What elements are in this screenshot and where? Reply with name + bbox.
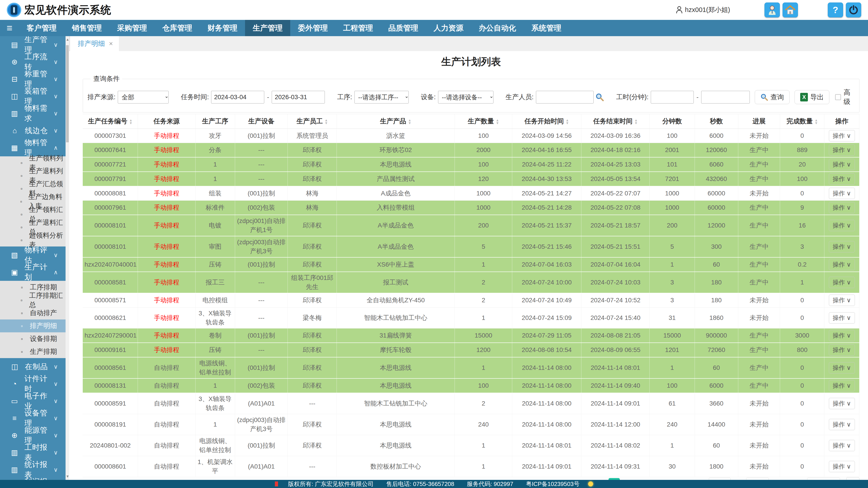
page-number-1[interactable]: 1 bbox=[609, 478, 620, 480]
sort-arrows-icon[interactable]: ▲▼ bbox=[129, 119, 132, 125]
page-size-select[interactable]: 20 条/页 bbox=[807, 477, 840, 480]
sidebar-subitem-工序排期汇总[interactable]: ▫工序排期汇总 bbox=[0, 294, 66, 306]
cell-start: 2024-07-24 15:09 bbox=[512, 307, 581, 328]
sidebar-subitem-生产排期[interactable]: ▫生产排期 bbox=[0, 345, 66, 358]
current-user[interactable]: hzx001(郑小姐) bbox=[676, 5, 730, 14]
sidebar-item-利润报表[interactable]: ◶利润报表∨ bbox=[0, 478, 66, 480]
hours-from-input[interactable] bbox=[651, 91, 694, 103]
advanced-checkbox[interactable] bbox=[835, 94, 841, 101]
menu-item-办公自动化[interactable]: 办公自动化 bbox=[471, 20, 524, 36]
hours-to-input[interactable] bbox=[701, 91, 750, 103]
sidebar-subitem-自动排产[interactable]: ▫自动排产 bbox=[0, 306, 66, 320]
sidebar-item-电子作业[interactable]: ▭电子作业∨ bbox=[0, 392, 66, 410]
scroll-up-icon[interactable]: ▲ bbox=[66, 37, 69, 41]
row-operation-button[interactable]: 操作 ∨ bbox=[829, 362, 855, 373]
row-operation-button[interactable]: 操作 ∨ bbox=[829, 380, 855, 391]
tab-close-icon[interactable]: × bbox=[109, 40, 113, 47]
device-filter-select[interactable]: --请选择设备-- bbox=[438, 91, 493, 103]
row-operation-button[interactable]: 操作 ∨ bbox=[829, 344, 855, 356]
row-operation-button[interactable]: 操作 ∨ bbox=[829, 241, 855, 252]
menu-item-品质管理[interactable]: 品质管理 bbox=[381, 20, 426, 36]
column-settings-button[interactable]: ▦ bbox=[846, 477, 860, 480]
sidebar-item-工序流转[interactable]: ⊛工序流转∨ bbox=[0, 53, 66, 70]
sort-arrows-icon[interactable]: ▲▼ bbox=[496, 119, 499, 125]
sidebar-subitem-超领料分析表[interactable]: ▫超领料分析表 bbox=[0, 234, 66, 247]
tab-paichan-mingxi[interactable]: 排产明细 × bbox=[70, 36, 119, 51]
menu-item-工程管理[interactable]: 工程管理 bbox=[336, 20, 381, 36]
column-header-生产产品[interactable]: 生产产品▲▼ bbox=[337, 114, 455, 129]
sidebar-item-生产管理[interactable]: ▤生产管理∨ bbox=[0, 36, 66, 53]
worker-filter-input[interactable] bbox=[536, 91, 594, 103]
row-operation-button[interactable]: 操作 ∨ bbox=[829, 259, 855, 270]
sidebar-scrollbar[interactable]: ▲ ▼ bbox=[66, 36, 69, 480]
sidebar-item-在制品[interactable]: ◫在制品∨ bbox=[0, 358, 66, 375]
menu-item-采购管理[interactable]: 采购管理 bbox=[110, 20, 155, 36]
menu-item-人力资源[interactable]: 人力资源 bbox=[426, 20, 471, 36]
goto-confirm-button[interactable]: 确定 bbox=[746, 477, 769, 480]
column-header-生产任务编号[interactable]: 生产任务编号▲▼ bbox=[83, 114, 138, 129]
row-operation-button[interactable]: 操作 ∨ bbox=[829, 461, 855, 472]
sidebar-item-计件计时[interactable]: ◔计件计时∨ bbox=[0, 375, 66, 392]
logout-button[interactable] bbox=[846, 2, 861, 18]
row-operation-button[interactable]: 操作 ∨ bbox=[829, 330, 855, 341]
sidebar-item-物料需求[interactable]: ▥物料需求∨ bbox=[0, 105, 66, 122]
sidebar-item-设备管理[interactable]: ≡设备管理∨ bbox=[0, 410, 66, 427]
row-operation-button[interactable]: 操作 ∨ bbox=[829, 419, 855, 430]
scroll-down-icon[interactable]: ▼ bbox=[66, 475, 69, 479]
task-time-to-input[interactable] bbox=[272, 91, 325, 103]
worker-search-icon[interactable] bbox=[595, 93, 604, 101]
sort-arrows-icon[interactable]: ▲▼ bbox=[324, 119, 328, 125]
prev-page-icon[interactable]: ‹ bbox=[599, 480, 602, 480]
home-button[interactable] bbox=[782, 2, 798, 18]
source-filter-select[interactable]: 全部 bbox=[118, 91, 168, 103]
column-header-完成数量[interactable]: 完成数量▲▼ bbox=[780, 114, 825, 129]
row-operation-button[interactable]: 操作 ∨ bbox=[829, 144, 855, 156]
sidebar-item-工时报表[interactable]: ▥工时报表∨ bbox=[0, 444, 66, 461]
row-operation-button[interactable]: 操作 ∨ bbox=[829, 202, 855, 213]
row-operation-button[interactable]: 操作 ∨ bbox=[829, 277, 855, 288]
profile-button[interactable] bbox=[765, 2, 780, 18]
menu-item-客户管理[interactable]: 客户管理 bbox=[19, 20, 64, 36]
scrollbar-thumb[interactable] bbox=[66, 45, 69, 142]
menu-item-财务管理[interactable]: 财务管理 bbox=[200, 20, 245, 36]
task-time-from-input[interactable] bbox=[211, 91, 264, 103]
next-page-icon[interactable]: › bbox=[683, 480, 685, 480]
sidebar-subitem-排产明细[interactable]: ▫排产明细 bbox=[0, 320, 66, 332]
sidebar-item-统计报表[interactable]: ▥统计报表∨ bbox=[0, 461, 66, 478]
search-button[interactable]: 查询 bbox=[755, 90, 789, 104]
advanced-toggle[interactable]: 高级 bbox=[835, 88, 855, 106]
sort-arrows-icon[interactable]: ▲▼ bbox=[408, 119, 411, 125]
help-button[interactable]: ? bbox=[828, 2, 843, 18]
sort-arrows-icon[interactable]: ▲▼ bbox=[634, 119, 638, 125]
row-operation-button[interactable]: 操作 ∨ bbox=[829, 188, 855, 199]
column-header-任务结束时间[interactable]: 任务结束时间▲▼ bbox=[581, 114, 650, 129]
sidebar-item-线边仓[interactable]: ⌂线边仓∨ bbox=[0, 122, 66, 139]
menu-item-委外管理[interactable]: 委外管理 bbox=[290, 20, 336, 36]
process-filter-select[interactable]: --请选择工序-- bbox=[354, 91, 409, 103]
row-operation-button[interactable]: 操作 ∨ bbox=[829, 398, 855, 409]
sidebar-item-装箱管理[interactable]: ◫装箱管理∨ bbox=[0, 88, 66, 105]
row-operation-button[interactable]: 操作 ∨ bbox=[829, 440, 855, 451]
column-header-生产数量[interactable]: 生产数量▲▼ bbox=[455, 114, 512, 129]
sidebar-item-生产计划[interactable]: ▣生产计划∧ bbox=[0, 264, 66, 281]
menu-item-生产管理[interactable]: 生产管理 bbox=[245, 20, 290, 36]
column-header-任务开始时间[interactable]: 任务开始时间▲▼ bbox=[512, 114, 581, 129]
row-operation-button[interactable]: 操作 ∨ bbox=[829, 295, 855, 306]
row-operation-button[interactable]: 操作 ∨ bbox=[829, 159, 855, 170]
menu-item-销售管理[interactable]: 销售管理 bbox=[64, 20, 110, 36]
sort-arrows-icon[interactable]: ▲▼ bbox=[565, 119, 569, 125]
sort-arrows-icon[interactable]: ▲▼ bbox=[814, 119, 818, 125]
row-operation-button[interactable]: 操作 ∨ bbox=[829, 312, 855, 324]
goto-page-input[interactable] bbox=[709, 477, 731, 480]
sidebar-item-称重管理[interactable]: ⊟称重管理∨ bbox=[0, 70, 66, 88]
row-operation-button[interactable]: 操作 ∨ bbox=[829, 220, 855, 231]
hamburger-icon[interactable]: ≡ bbox=[0, 20, 19, 36]
row-operation-button[interactable]: 操作 ∨ bbox=[829, 173, 855, 185]
menu-item-系统管理[interactable]: 系统管理 bbox=[524, 20, 569, 36]
row-operation-button[interactable]: 操作 ∨ bbox=[829, 130, 855, 141]
menu-item-仓库管理[interactable]: 仓库管理 bbox=[155, 20, 200, 36]
column-header-生产员工[interactable]: 生产员工▲▼ bbox=[288, 114, 337, 129]
sidebar-item-能源管理[interactable]: ⊕能源管理∨ bbox=[0, 427, 66, 444]
sidebar-subitem-设备排期[interactable]: ▫设备排期 bbox=[0, 332, 66, 345]
export-button[interactable]: X 导出 bbox=[795, 90, 829, 104]
